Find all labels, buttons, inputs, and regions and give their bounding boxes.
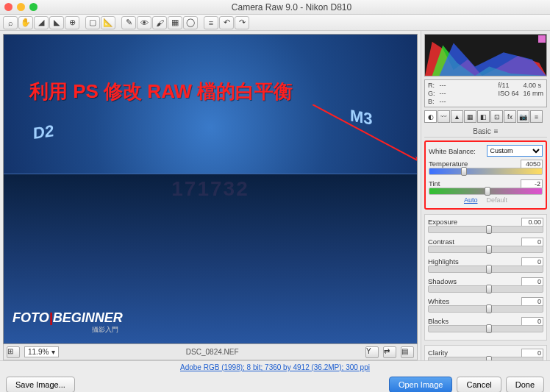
highlight-clip-icon[interactable] [538, 35, 546, 43]
image-preview[interactable]: D2 M3 171732 利用 PS 修改 RAW 檔的白平衡 FOTO|BEG… [3, 34, 418, 344]
rotate-ccw-icon[interactable]: ↶ [219, 16, 234, 29]
sign-d2: D2 [33, 121, 54, 143]
slider-whites[interactable] [428, 305, 543, 313]
minimize-window-button[interactable] [17, 3, 25, 11]
done-button[interactable]: Done [506, 377, 544, 392]
maximize-window-button[interactable] [29, 3, 38, 11]
preview-swap-icon[interactable]: ⇄ [383, 346, 396, 358]
slider-exposure[interactable] [428, 226, 543, 233]
slider-shadows[interactable] [428, 285, 543, 293]
watermark-number: 171732 [171, 177, 249, 201]
preview-status-row: ⊞ 11.9%▾ DSC_0824.NEF Y ⇄ ▤ [3, 344, 418, 360]
exif-info: R:---f/114.00 s G:---ISO 6416 mm B:--- [424, 79, 547, 107]
tint-slider[interactable] [429, 188, 543, 195]
svg-line-0 [312, 104, 418, 163]
tab-fx[interactable]: fx [504, 110, 516, 123]
watermark-subtitle: 攝影入門 [92, 325, 118, 335]
close-window-button[interactable] [4, 3, 12, 11]
tab-basic[interactable]: ◐ [424, 110, 437, 123]
temp-slider[interactable] [429, 168, 543, 175]
workflow-link[interactable]: Adobe RGB (1998); 8 bit; 7360 by 4912 (3… [0, 361, 550, 374]
save-image-button[interactable]: Save Image... [6, 377, 75, 392]
slider-blacks[interactable] [428, 325, 543, 332]
white-balance-tool-icon[interactable]: ◢ [34, 16, 49, 29]
panel-menu-icon[interactable]: ≡ [494, 127, 499, 135]
tab-hsl[interactable]: ▦ [464, 110, 476, 123]
slider-clarity[interactable] [428, 357, 543, 360]
radial-tool-icon[interactable]: ◯ [183, 16, 198, 29]
tab-curve[interactable]: 〰 [438, 110, 450, 123]
preview-mode-icon[interactable]: Y [365, 346, 379, 358]
overlay-arrow-icon [312, 104, 418, 163]
filmstrip-toggle-icon[interactable]: ⊞ [7, 346, 20, 358]
panel-tabs: ◐ 〰 ▲ ▦ ◧ ⊡ fx 📷 ≡ [424, 110, 547, 123]
open-image-button[interactable]: Open Image [389, 377, 453, 392]
footer: Adobe RGB (1998); 8 bit; 7360 by 4912 (3… [0, 360, 550, 392]
gradient-tool-icon[interactable]: ▦ [168, 16, 182, 29]
slider-contrast[interactable] [428, 246, 543, 253]
tab-camera[interactable]: 📷 [517, 110, 529, 123]
watermark-brand: FOTO|BEGINNER [12, 310, 123, 326]
tab-lens[interactable]: ⊡ [490, 110, 503, 123]
hand-tool-icon[interactable]: ✋ [18, 16, 33, 29]
white-balance-group: White Balance: Custom Temperature4050 Ti… [424, 140, 547, 210]
redeye-tool-icon[interactable]: 👁 [137, 16, 151, 29]
filename-label: DSC_0824.NEF [63, 348, 361, 356]
slider-highlights[interactable] [428, 266, 543, 273]
crop-tool-icon[interactable]: ▢ [85, 16, 100, 29]
cancel-button[interactable]: Cancel [457, 377, 501, 392]
tab-detail[interactable]: ▲ [451, 110, 463, 123]
prefs-icon[interactable]: ≡ [204, 16, 218, 29]
auto-link[interactable]: Auto [464, 196, 478, 204]
zoom-level-select[interactable]: 11.9%▾ [24, 346, 59, 357]
color-sampler-tool-icon[interactable]: ◣ [49, 16, 64, 29]
rotate-cw-icon[interactable]: ↷ [235, 16, 249, 29]
top-toolbar: ⌕ ✋ ◢ ◣ ⊕ ▢ 📐 ✎ 👁 🖌 ▦ ◯ ≡ ↶ ↷ [0, 15, 550, 31]
straighten-tool-icon[interactable]: 📐 [101, 16, 115, 29]
histogram[interactable] [424, 34, 547, 76]
preview-stack-icon[interactable]: ▤ [401, 346, 414, 358]
default-link: Default [486, 196, 507, 204]
tab-presets[interactable]: ≡ [530, 110, 543, 123]
zoom-tool-icon[interactable]: ⌕ [3, 16, 18, 29]
wb-select[interactable]: Custom [487, 145, 543, 157]
spot-tool-icon[interactable]: ✎ [121, 16, 136, 29]
target-adjust-tool-icon[interactable]: ⊕ [65, 16, 79, 29]
tab-split[interactable]: ◧ [477, 110, 490, 123]
panel-header: Basic≡ [424, 126, 547, 138]
presence-group: Clarity0Vibrance0Saturation0 [424, 345, 547, 360]
brush-tool-icon[interactable]: 🖌 [152, 16, 167, 29]
window-title: Camera Raw 9.0 - Nikon D810 [38, 2, 546, 13]
wb-label: White Balance: [429, 147, 484, 155]
tone-group: Exposure0.00Contrast0Highlights0Shadows0… [424, 214, 547, 341]
overlay-annotation-text: 利用 PS 修改 RAW 檔的白平衡 [29, 79, 293, 104]
titlebar: Camera Raw 9.0 - Nikon D810 [0, 0, 550, 15]
